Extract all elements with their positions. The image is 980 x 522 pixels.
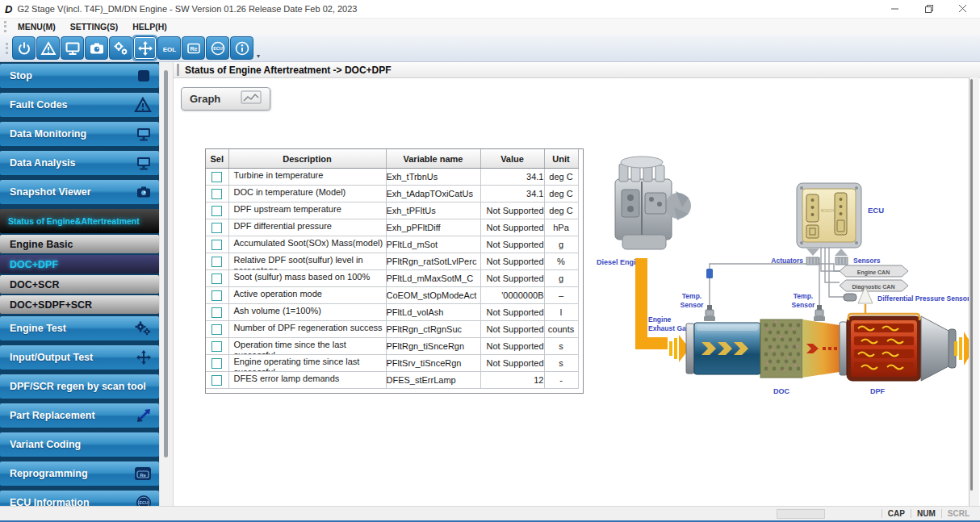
close-button[interactable] [946, 0, 980, 18]
sidebar-item-reprogramming[interactable]: Reprogramming Re [0, 461, 159, 486]
app-window: D G2 Stage V(incl. T4F)_DM/DN Engine - S… [0, 0, 980, 522]
table-row: Soot (sulfur) mass based on 100% PFltLd_… [206, 270, 578, 287]
table-row: Relative DPF soot(sulfur) level in perce… [206, 253, 578, 270]
row-value: '0000000B [480, 287, 544, 304]
scroll-lock-indicator: SCRL [941, 509, 975, 518]
info-icon[interactable] [230, 36, 253, 60]
stop-icon [136, 68, 152, 84]
data-monitoring-icon[interactable] [61, 36, 84, 60]
sidebar-item-stop[interactable]: Stop [0, 64, 159, 88]
differential-pressure-sensor-label: Differential Pressure Sensor [877, 294, 970, 303]
row-variable-name: CoEOM_stOpModeAct [386, 287, 480, 304]
row-description: Accumulated Soot(SOx) Mass(model) [234, 238, 386, 248]
toolbar-overflow-caret[interactable]: ▾ [257, 52, 260, 60]
row-checkbox[interactable] [211, 290, 222, 301]
sidebar-item-engine-test[interactable]: Engine Test [0, 316, 159, 340]
row-variable-name: PFltLd_mMaxSotM_C [386, 270, 480, 287]
sidebar-item-data-analysis[interactable]: Data Analysis [0, 151, 159, 175]
sidebar-item-fault-codes[interactable]: Fault Codes [0, 93, 159, 117]
content-header: Status of Engine Aftertreatment -> DOC+D… [174, 62, 980, 78]
engine-test-icon[interactable] [109, 36, 132, 60]
restore-button[interactable] [912, 0, 946, 18]
row-description: DOC in temperature (Model) [234, 187, 386, 198]
ecu-brand-label: BOSCH [821, 209, 834, 213]
row-description: Soot (sulfur) mass based on 100% [234, 272, 386, 282]
sensors-arrow [835, 248, 848, 256]
re-box-icon: Re [134, 466, 152, 482]
aftertreatment-diagram: Diesel Engine Engine Exhaust Gas [595, 151, 974, 401]
doc-section [760, 319, 802, 378]
row-description: DFES error lamp demands [234, 374, 386, 384]
row-description: Ash volume (1=100%) [234, 306, 386, 316]
row-checkbox[interactable] [211, 375, 222, 386]
content-scrollbar-thumb[interactable] [970, 79, 973, 491]
row-checkbox[interactable] [211, 307, 222, 318]
row-checkbox[interactable] [211, 189, 222, 199]
row-value: Not Supported [480, 219, 544, 236]
sidebar-item-snapshot-viewer[interactable]: Snapshot Viewer [0, 180, 159, 204]
sidebar-item-dpf-scr-regen[interactable]: DPF/SCR regen by scan tool [0, 374, 159, 399]
exhaust-gas-label-line1: Engine [648, 315, 672, 324]
diesel-engine-illustration [615, 157, 691, 249]
table-row: Number of DPF regeneration success PFltR… [206, 321, 578, 338]
sidebar-scrollbar [159, 62, 173, 506]
sidebar-item-part-replacement[interactable]: Part Replacement [0, 403, 159, 428]
row-checkbox[interactable] [211, 274, 222, 284]
row-value: Not Supported [480, 236, 544, 253]
statusbar-progress [777, 509, 825, 519]
sidebar-item-doc-scr[interactable]: DOC+SCR [0, 275, 159, 294]
status-table: Sel Description Variable name Value Unit… [205, 148, 584, 394]
sidebar-item-status-of-engine-aftertreatment[interactable]: Status of Engine&Aftertreatment [0, 209, 159, 233]
row-value: Not Supported [480, 338, 544, 355]
row-checkbox[interactable] [211, 257, 222, 267]
sidebar-item-input-output-test[interactable]: Input/Output Test [0, 345, 159, 370]
row-variable-name: Exh_tAdapTOxiCatUs [386, 186, 480, 203]
row-checkbox[interactable] [211, 358, 222, 369]
row-unit: deg C [544, 169, 578, 186]
graph-button[interactable]: Graph [181, 87, 270, 111]
temp-sensor-2-label-line2: Sensor [792, 301, 816, 309]
io-test-icon[interactable] [133, 36, 157, 60]
row-checkbox[interactable] [211, 341, 222, 352]
fault-codes-icon[interactable] [36, 36, 60, 60]
sidebar-item-data-monitoring[interactable]: Data Monitoring [0, 122, 159, 146]
pane-splitter-handle[interactable] [177, 64, 179, 76]
table-row: DOC in temperature (Model) Exh_tAdapTOxi… [206, 186, 578, 203]
temp-sensor-2-label-line1: Temp. [794, 292, 813, 300]
row-checkbox[interactable] [211, 324, 222, 335]
reprogramming-icon[interactable]: Re [182, 36, 205, 60]
sidebar-item-ecu-information[interactable]: ECU Information ECU [0, 491, 159, 506]
row-unit: – [544, 287, 578, 304]
row-checkbox[interactable] [211, 223, 222, 233]
row-checkbox[interactable] [211, 206, 222, 216]
sidebar: Stop Fault Codes Data Monitoring Data An… [0, 62, 159, 506]
sidebar-item-doc-sdpf-scr[interactable]: DOC+SDPF+SCR [0, 295, 159, 314]
minimize-button[interactable] [878, 0, 912, 18]
menu-item-setting[interactable]: SETTING(S) [63, 22, 126, 31]
eol-icon[interactable]: EOL [157, 36, 181, 60]
power-icon[interactable] [12, 36, 36, 60]
row-value: Not Supported [480, 304, 544, 321]
menu-item-menu[interactable]: MENU(M) [10, 22, 63, 31]
sidebar-item-variant-coding[interactable]: Variant Coding [0, 432, 159, 457]
menu-item-help[interactable]: HELP(H) [125, 22, 174, 31]
sidebar-item-doc-dpf[interactable]: DOC+DPF [0, 255, 159, 274]
row-checkbox[interactable] [211, 172, 222, 182]
row-description: Active operation mode [234, 289, 386, 299]
sidebar-scrollbar-thumb[interactable] [164, 70, 168, 457]
menubar-grip [4, 21, 6, 32]
table-row: Engine operating time since last success… [206, 355, 578, 372]
row-variable-name: DFES_stErrLamp [386, 372, 480, 389]
svg-text:ECU: ECU [140, 500, 149, 505]
row-variable-name: PFltRgn_tiSnceRgn [386, 338, 480, 355]
row-checkbox[interactable] [211, 240, 222, 250]
row-unit: deg C [544, 186, 578, 203]
snapshot-icon[interactable] [85, 36, 108, 60]
toolbar: EOL Re ECU ▾ [0, 35, 980, 62]
replace-arrows-icon [136, 407, 152, 424]
row-unit: - [544, 372, 578, 389]
ecu-icon[interactable]: ECU [206, 36, 229, 60]
sidebar-item-engine-basic[interactable]: Engine Basic [0, 235, 159, 253]
row-unit: s [544, 355, 578, 372]
row-value: Not Supported [480, 253, 544, 270]
